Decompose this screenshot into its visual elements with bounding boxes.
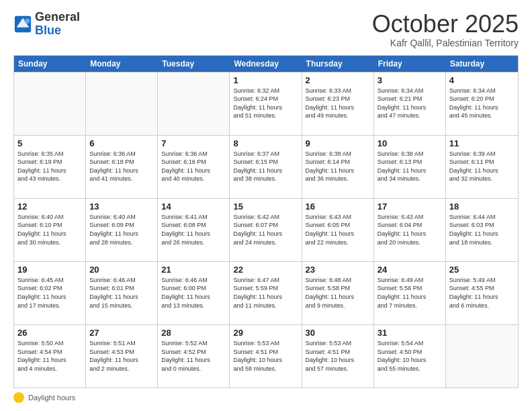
day-cell-18: 18Sunrise: 6:44 AM Sunset: 6:03 PM Dayli… [446, 199, 518, 261]
header: General Blue October 2025 Kafr Qallil, P… [13, 11, 519, 48]
day-cell-22: 22Sunrise: 6:47 AM Sunset: 5:59 PM Dayli… [230, 262, 302, 324]
empty-cell [158, 73, 230, 135]
day-cell-4: 4Sunrise: 6:34 AM Sunset: 6:20 PM Daylig… [446, 73, 518, 135]
day-info: Sunrise: 6:35 AM Sunset: 6:19 PM Dayligh… [17, 150, 82, 183]
day-header-wednesday: Wednesday [230, 56, 302, 72]
day-number: 24 [378, 265, 442, 275]
day-cell-24: 24Sunrise: 6:49 AM Sunset: 5:56 PM Dayli… [374, 262, 446, 324]
day-number: 12 [17, 201, 82, 212]
day-number: 3 [378, 75, 442, 85]
day-number: 2 [306, 75, 370, 85]
day-info: Sunrise: 5:51 AM Sunset: 4:53 PM Dayligh… [89, 339, 154, 373]
day-number: 27 [89, 328, 154, 338]
day-cell-13: 13Sunrise: 6:40 AM Sunset: 6:09 PM Dayli… [86, 199, 158, 261]
month-title: October 2025 [372, 11, 519, 38]
day-cell-27: 27Sunrise: 5:51 AM Sunset: 4:53 PM Dayli… [86, 325, 158, 387]
day-info: Sunrise: 6:36 AM Sunset: 6:16 PM Dayligh… [161, 150, 226, 183]
day-cell-9: 9Sunrise: 6:38 AM Sunset: 6:14 PM Daylig… [302, 136, 374, 198]
day-number: 28 [161, 328, 226, 338]
day-info: Sunrise: 6:45 AM Sunset: 6:02 PM Dayligh… [17, 276, 82, 310]
day-info: Sunrise: 6:33 AM Sunset: 6:23 PM Dayligh… [306, 87, 370, 120]
day-cell-3: 3Sunrise: 6:34 AM Sunset: 6:21 PM Daylig… [374, 73, 446, 135]
day-cell-25: 25Sunrise: 5:49 AM Sunset: 4:55 PM Dayli… [446, 262, 518, 324]
day-info: Sunrise: 5:50 AM Sunset: 4:54 PM Dayligh… [17, 339, 82, 373]
week-row-5: 26Sunrise: 5:50 AM Sunset: 4:54 PM Dayli… [14, 324, 518, 387]
empty-cell [86, 73, 158, 135]
day-info: Sunrise: 6:39 AM Sunset: 6:11 PM Dayligh… [449, 150, 515, 183]
day-cell-16: 16Sunrise: 6:43 AM Sunset: 6:05 PM Dayli… [302, 199, 374, 261]
day-number: 29 [233, 328, 298, 338]
day-cell-6: 6Sunrise: 6:36 AM Sunset: 6:18 PM Daylig… [86, 136, 158, 198]
day-info: Sunrise: 6:38 AM Sunset: 6:14 PM Dayligh… [306, 150, 370, 183]
day-cell-8: 8Sunrise: 6:37 AM Sunset: 6:15 PM Daylig… [230, 136, 302, 198]
day-header-saturday: Saturday [446, 56, 518, 72]
day-cell-14: 14Sunrise: 6:41 AM Sunset: 6:08 PM Dayli… [158, 199, 230, 261]
day-cell-7: 7Sunrise: 6:36 AM Sunset: 6:16 PM Daylig… [158, 136, 230, 198]
day-cell-31: 31Sunrise: 5:54 AM Sunset: 4:50 PM Dayli… [374, 325, 446, 387]
footer: Daylight hours [13, 392, 519, 403]
day-number: 10 [378, 138, 442, 148]
day-number: 16 [306, 201, 370, 212]
day-number: 14 [161, 201, 226, 212]
day-info: Sunrise: 6:43 AM Sunset: 6:05 PM Dayligh… [306, 213, 370, 246]
day-cell-23: 23Sunrise: 6:48 AM Sunset: 5:58 PM Dayli… [302, 262, 374, 324]
day-info: Sunrise: 6:40 AM Sunset: 6:09 PM Dayligh… [89, 213, 154, 246]
day-info: Sunrise: 6:43 AM Sunset: 6:04 PM Dayligh… [378, 213, 442, 246]
logo-icon [13, 15, 32, 34]
day-cell-10: 10Sunrise: 6:38 AM Sunset: 6:13 PM Dayli… [374, 136, 446, 198]
day-number: 7 [161, 138, 226, 148]
day-header-thursday: Thursday [302, 56, 374, 72]
day-cell-1: 1Sunrise: 6:32 AM Sunset: 6:24 PM Daylig… [230, 73, 302, 135]
day-number: 19 [17, 265, 82, 275]
day-number: 13 [89, 201, 154, 212]
day-number: 6 [89, 138, 154, 148]
calendar-body: 1Sunrise: 6:32 AM Sunset: 6:24 PM Daylig… [14, 72, 518, 387]
week-row-3: 12Sunrise: 6:40 AM Sunset: 6:10 PM Dayli… [14, 198, 518, 261]
day-cell-28: 28Sunrise: 5:52 AM Sunset: 4:52 PM Dayli… [158, 325, 230, 387]
logo-blue-text: Blue [35, 24, 61, 37]
day-cell-11: 11Sunrise: 6:39 AM Sunset: 6:11 PM Dayli… [446, 136, 518, 198]
day-number: 20 [89, 265, 154, 275]
day-number: 31 [378, 328, 442, 338]
empty-cell [446, 325, 518, 387]
week-row-4: 19Sunrise: 6:45 AM Sunset: 6:02 PM Dayli… [14, 261, 518, 324]
day-cell-20: 20Sunrise: 6:46 AM Sunset: 6:01 PM Dayli… [86, 262, 158, 324]
day-cell-17: 17Sunrise: 6:43 AM Sunset: 6:04 PM Dayli… [374, 199, 446, 261]
svg-point-2 [25, 18, 30, 23]
day-header-monday: Monday [86, 56, 158, 72]
page: General Blue October 2025 Kafr Qallil, P… [0, 0, 532, 411]
day-info: Sunrise: 6:49 AM Sunset: 5:56 PM Dayligh… [378, 276, 442, 310]
day-number: 11 [449, 138, 515, 148]
day-cell-15: 15Sunrise: 6:42 AM Sunset: 6:07 PM Dayli… [230, 199, 302, 261]
day-number: 17 [378, 201, 442, 212]
day-cell-2: 2Sunrise: 6:33 AM Sunset: 6:23 PM Daylig… [302, 73, 374, 135]
day-info: Sunrise: 6:40 AM Sunset: 6:10 PM Dayligh… [17, 213, 82, 246]
day-info: Sunrise: 6:34 AM Sunset: 6:21 PM Dayligh… [378, 87, 442, 120]
day-info: Sunrise: 6:46 AM Sunset: 6:01 PM Dayligh… [89, 276, 154, 310]
day-header-sunday: Sunday [14, 56, 86, 72]
day-number: 18 [449, 201, 515, 212]
day-info: Sunrise: 6:37 AM Sunset: 6:15 PM Dayligh… [233, 150, 298, 183]
day-cell-29: 29Sunrise: 5:53 AM Sunset: 4:51 PM Dayli… [230, 325, 302, 387]
day-info: Sunrise: 5:53 AM Sunset: 4:51 PM Dayligh… [306, 339, 370, 373]
day-info: Sunrise: 6:44 AM Sunset: 6:03 PM Dayligh… [449, 213, 515, 246]
day-info: Sunrise: 5:53 AM Sunset: 4:51 PM Dayligh… [233, 339, 298, 373]
week-row-1: 1Sunrise: 6:32 AM Sunset: 6:24 PM Daylig… [14, 72, 518, 135]
location-title: Kafr Qallil, Palestinian Territory [372, 38, 519, 48]
day-info: Sunrise: 6:41 AM Sunset: 6:08 PM Dayligh… [161, 213, 226, 246]
day-info: Sunrise: 6:42 AM Sunset: 6:07 PM Dayligh… [233, 213, 298, 246]
day-info: Sunrise: 6:38 AM Sunset: 6:13 PM Dayligh… [378, 150, 442, 183]
day-cell-21: 21Sunrise: 6:46 AM Sunset: 6:00 PM Dayli… [158, 262, 230, 324]
day-number: 21 [161, 265, 226, 275]
day-info: Sunrise: 6:47 AM Sunset: 5:59 PM Dayligh… [233, 276, 298, 310]
day-cell-30: 30Sunrise: 5:53 AM Sunset: 4:51 PM Dayli… [302, 325, 374, 387]
day-number: 26 [17, 328, 82, 338]
day-cell-19: 19Sunrise: 6:45 AM Sunset: 6:02 PM Dayli… [14, 262, 86, 324]
day-info: Sunrise: 6:32 AM Sunset: 6:24 PM Dayligh… [233, 87, 298, 120]
sun-icon [13, 392, 24, 403]
day-number: 30 [306, 328, 370, 338]
day-header-friday: Friday [374, 56, 446, 72]
day-info: Sunrise: 6:48 AM Sunset: 5:58 PM Dayligh… [306, 276, 370, 310]
day-cell-5: 5Sunrise: 6:35 AM Sunset: 6:19 PM Daylig… [14, 136, 86, 198]
title-block: October 2025 Kafr Qallil, Palestinian Te… [372, 11, 519, 48]
